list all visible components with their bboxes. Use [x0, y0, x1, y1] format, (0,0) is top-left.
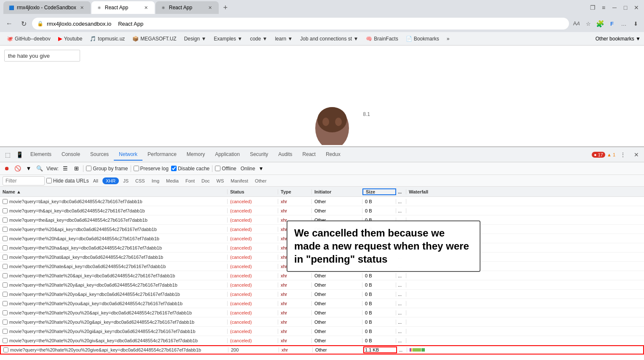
row-checkbox[interactable]: [3, 227, 8, 232]
group-by-frame-label[interactable]: Group by frame: [86, 166, 128, 172]
row-checkbox[interactable]: [3, 236, 8, 241]
row-checkbox[interactable]: [3, 329, 8, 334]
bookmark-design[interactable]: Design ▼: [181, 35, 210, 43]
table-row[interactable]: movie?query=the%20hate%20yo&api_key=dbc0…: [0, 290, 644, 299]
reload-button[interactable]: ↻: [18, 18, 30, 30]
row-checkbox[interactable]: [3, 199, 8, 204]
devtools-close-icon[interactable]: ✕: [631, 149, 642, 161]
bookmark-brainfacts[interactable]: 🧠 BrainFacts: [362, 35, 401, 43]
filter-media[interactable]: Media: [164, 177, 181, 184]
bookmark-more[interactable]: »: [443, 35, 453, 43]
bookmark-github[interactable]: 🐙 GitHub--deebov: [3, 35, 54, 43]
tab-react[interactable]: React: [298, 149, 321, 161]
devtools-inspect-icon[interactable]: ⬚: [2, 149, 13, 161]
row-dots-cell[interactable]: ...: [397, 347, 407, 352]
table-row[interactable]: movie?query=the%20hate%20you%20gi&api_ke…: [0, 327, 644, 336]
row-dots-cell[interactable]: ...: [396, 292, 406, 297]
row-dots-cell[interactable]: ...: [396, 301, 406, 306]
hamburger-button[interactable]: ≡: [599, 3, 608, 12]
search-icon[interactable]: 🔍: [35, 164, 44, 173]
throttle-dropdown[interactable]: ▼: [258, 166, 263, 172]
row-checkbox[interactable]: [3, 264, 8, 269]
filter-manifest[interactable]: Manifest: [228, 177, 251, 184]
other-bookmarks[interactable]: Other bookmarks ▼: [596, 36, 641, 42]
new-tab-button[interactable]: +: [220, 2, 231, 13]
bookmark-examples[interactable]: Examples ▼: [210, 35, 246, 43]
bookmark-job[interactable]: Job and connections st ▼: [297, 35, 362, 43]
back-button[interactable]: ←: [3, 18, 15, 30]
react-tab-close-1[interactable]: ✕: [143, 4, 150, 11]
tab-redux[interactable]: Redux: [321, 149, 346, 161]
search-input[interactable]: [4, 50, 80, 62]
col-header-status[interactable]: Status: [228, 189, 278, 194]
tab-elements[interactable]: Elements: [25, 149, 56, 161]
devtools-more-icon[interactable]: ⋮: [617, 149, 629, 161]
filter-css[interactable]: CSS: [133, 177, 148, 184]
row-dots-cell[interactable]: ...: [396, 338, 406, 343]
table-row[interactable]: movie?query=the%20hate%20you%20giv&api_k…: [0, 336, 644, 345]
offline-label[interactable]: Offline: [215, 166, 236, 172]
row-checkbox[interactable]: [3, 347, 8, 352]
bookmark-bookmarks[interactable]: 📄 Bookmarks: [402, 35, 443, 43]
row-dots-cell[interactable]: ...: [396, 208, 406, 213]
table-row[interactable]: movie?query=t&api_key=dbc0a6d62448554c27…: [0, 197, 644, 206]
maximize-button[interactable]: □: [621, 3, 630, 12]
row-checkbox[interactable]: [3, 255, 8, 260]
col-header-initiator[interactable]: Initiator: [312, 189, 362, 194]
offline-checkbox[interactable]: [215, 166, 220, 171]
filter-ws[interactable]: WS: [214, 177, 227, 184]
extensions-icon[interactable]: 🧩: [595, 19, 605, 29]
row-dots-cell[interactable]: ...: [396, 199, 406, 204]
codesandbox-tab-close[interactable]: ✕: [79, 4, 86, 11]
bookmark-learn[interactable]: learn ▼: [271, 35, 296, 43]
row-checkbox[interactable]: [3, 282, 8, 287]
devtools-device-icon[interactable]: 📱: [13, 149, 25, 161]
row-checkbox[interactable]: [3, 301, 8, 306]
filter-input[interactable]: [3, 176, 45, 185]
tab-sources[interactable]: Sources: [85, 149, 114, 161]
filter-doc[interactable]: Doc: [199, 177, 212, 184]
row-checkbox[interactable]: [3, 338, 8, 343]
col-header-dots[interactable]: ...: [396, 189, 406, 194]
hide-data-urls-checkbox[interactable]: [46, 178, 52, 183]
row-dots-cell[interactable]: ...: [396, 329, 406, 334]
row-checkbox[interactable]: [3, 273, 8, 278]
filter-other[interactable]: Other: [252, 177, 269, 184]
tab-react-app-1[interactable]: ⚛ React App ✕: [91, 1, 155, 14]
profile-icon[interactable]: F: [607, 19, 617, 29]
row-dots-cell[interactable]: ...: [396, 320, 406, 325]
col-header-waterfall[interactable]: Waterfall: [406, 189, 644, 194]
tab-performance[interactable]: Performance: [142, 149, 182, 161]
preserve-log-checkbox[interactable]: [134, 166, 139, 171]
row-checkbox[interactable]: [3, 245, 8, 250]
more-icon[interactable]: …: [619, 19, 629, 29]
bookmark-topmusic[interactable]: 🎵 topmusic.uz: [86, 35, 128, 43]
preserve-log-label[interactable]: Preserve log: [134, 166, 169, 172]
filter-all[interactable]: All: [91, 177, 101, 184]
tab-security[interactable]: Security: [245, 149, 273, 161]
bookmark-youtube[interactable]: ▶ Youtube: [55, 35, 86, 43]
col-header-type[interactable]: Type: [278, 189, 312, 194]
row-checkbox[interactable]: [3, 208, 8, 213]
tab-codesandbox[interactable]: 🟦 rmx4jloxlo - CodeSandbox ✕: [3, 1, 91, 14]
filter-img[interactable]: Img: [149, 177, 162, 184]
disable-cache-checkbox[interactable]: [171, 166, 177, 171]
hide-data-urls-label[interactable]: Hide data URLs: [46, 178, 89, 184]
tab-memory[interactable]: Memory: [182, 149, 210, 161]
row-checkbox[interactable]: [3, 310, 8, 315]
disable-cache-label[interactable]: Disable cache: [171, 166, 209, 172]
col-header-name[interactable]: Name ▲: [0, 189, 228, 194]
table-row[interactable]: movie?query=the%20hate%20you%20g&api_key…: [0, 317, 644, 327]
table-row[interactable]: movie?query=the%20hate%20you%20&api_key=…: [0, 308, 644, 317]
table-row[interactable]: movie?query=the%20hate%20you&api_key=dbc…: [0, 299, 644, 308]
tab-network[interactable]: Network: [114, 149, 142, 161]
restore-button[interactable]: ❐: [588, 3, 597, 12]
row-dots-cell[interactable]: ...: [396, 310, 406, 315]
tab-react-app-2[interactable]: ⚛ React App ✕: [156, 1, 219, 14]
tab-application[interactable]: Application: [210, 149, 245, 161]
table-row[interactable]: movie?query=the%20hate%20&api_key=dbc0a6…: [0, 271, 644, 280]
read-aloud-icon[interactable]: A𝘈: [572, 19, 582, 29]
row-checkbox[interactable]: [3, 292, 8, 297]
tab-console[interactable]: Console: [56, 149, 85, 161]
row-dots-cell[interactable]: ...: [396, 273, 406, 278]
